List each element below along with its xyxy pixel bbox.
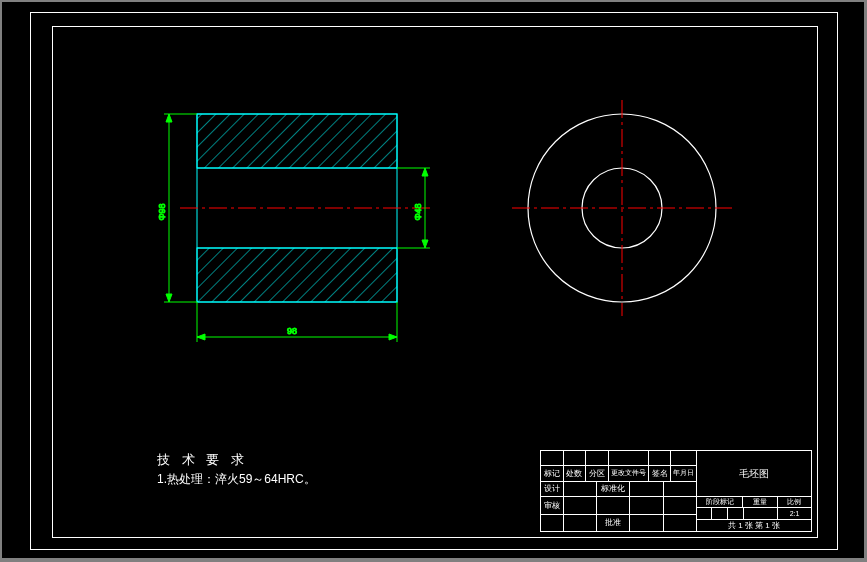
tb-r1c4: 签名 (649, 466, 672, 480)
tb-r1c0: 标记 (541, 466, 564, 480)
svg-rect-2 (197, 114, 397, 168)
tech-req-block: 技 术 要 求 1.热处理：淬火59～64HRC。 (157, 450, 316, 488)
tb-rt-weight: 重量 (743, 497, 777, 507)
tb-r1c3: 更改文件号 (609, 466, 649, 480)
tb-r1c5: 年月日 (671, 466, 696, 480)
title-block: 标记 处数 分区 更改文件号 签名 年月日 设计 标准化 毛坯图 (540, 450, 812, 532)
tb-drawing-name: 毛坯图 (697, 451, 811, 496)
svg-marker-16 (166, 294, 172, 302)
dim-inner-dia: Φ48 (413, 203, 423, 220)
cad-viewport[interactable]: 98 Φ98 Φ48 技 术 要 求 1.热处理：淬火5 (2, 2, 864, 558)
dim-length: 98 (287, 326, 297, 336)
tech-req-line1: 1.热处理：淬火59～64HRC。 (157, 470, 316, 488)
tb-r2c2: 标准化 (597, 482, 630, 496)
tb-r0c4 (649, 451, 672, 465)
dim-outer-dia: Φ98 (157, 203, 167, 220)
svg-marker-15 (166, 114, 172, 122)
tb-r1c1: 处数 (564, 466, 587, 480)
tech-req-title: 技 术 要 求 (157, 450, 316, 470)
svg-marker-11 (389, 334, 397, 340)
svg-marker-10 (197, 334, 205, 340)
tb-r3c0: 审核 (541, 497, 564, 514)
svg-rect-3 (197, 248, 397, 302)
tb-r4c0 (541, 515, 564, 532)
tb-r1c2: 分区 (586, 466, 609, 480)
section-view (180, 114, 432, 302)
tb-rt-scale-lbl: 比例 (778, 497, 811, 507)
end-view (512, 100, 732, 316)
tb-rt-mark: 阶段标记 (697, 497, 743, 507)
svg-marker-21 (422, 240, 428, 248)
tb-r2c0: 设计 (541, 482, 564, 496)
tb-r4c2: 批准 (597, 515, 630, 532)
svg-marker-20 (422, 168, 428, 176)
tb-sheet-count: 共 1 张 第 1 张 (697, 520, 811, 531)
tb-scale-val: 2:1 (778, 508, 811, 518)
